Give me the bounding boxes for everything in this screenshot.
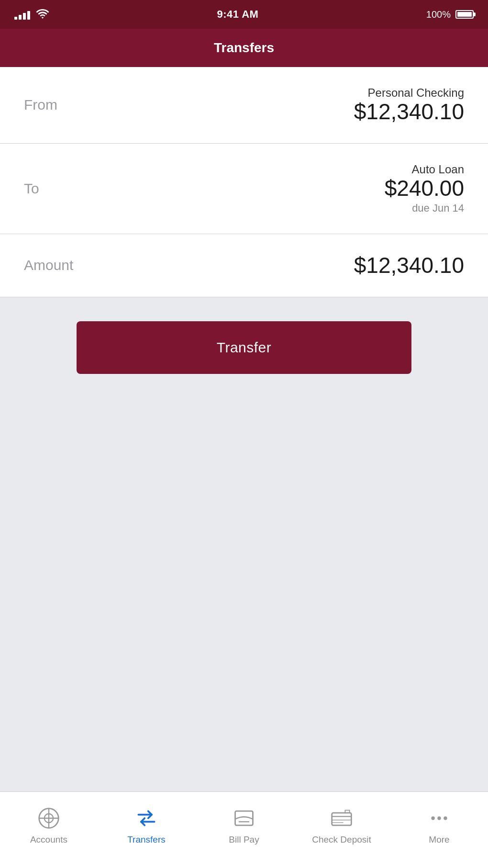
status-left bbox=[14, 8, 49, 21]
status-right: 100% bbox=[426, 9, 474, 20]
billpay-icon bbox=[232, 806, 256, 831]
main-content: From Personal Checking $12,340.10 To Aut… bbox=[0, 67, 488, 791]
tab-transfers[interactable]: Transfers bbox=[98, 806, 195, 845]
tab-transfers-label: Transfers bbox=[127, 834, 166, 845]
signal-bars-icon bbox=[14, 9, 30, 20]
wifi-icon bbox=[36, 8, 49, 21]
tab-more[interactable]: More bbox=[390, 806, 488, 845]
amount-display: $12,340.10 bbox=[354, 253, 464, 278]
from-account-name: Personal Checking bbox=[354, 86, 464, 100]
transfers-icon bbox=[134, 806, 159, 831]
to-account-amount: $240.00 bbox=[385, 176, 464, 201]
tab-accounts-label: Accounts bbox=[30, 834, 67, 845]
tab-checkdeposit-label: Check Deposit bbox=[312, 834, 371, 845]
to-label: To bbox=[24, 180, 39, 197]
page-title: Transfers bbox=[214, 40, 274, 56]
status-time: 9:41 AM bbox=[217, 8, 258, 21]
page-header: Transfers bbox=[0, 29, 488, 67]
more-icon bbox=[427, 806, 452, 831]
to-row[interactable]: To Auto Loan $240.00 due Jun 14 bbox=[0, 144, 488, 235]
amount-label: Amount bbox=[24, 257, 73, 273]
status-bar: 9:41 AM 100% bbox=[0, 0, 488, 29]
tab-checkdeposit[interactable]: Check Deposit bbox=[293, 806, 390, 845]
from-account-amount: $12,340.10 bbox=[354, 100, 464, 124]
tab-accounts[interactable]: Accounts bbox=[0, 806, 98, 845]
from-row[interactable]: From Personal Checking $12,340.10 bbox=[0, 67, 488, 144]
amount-row[interactable]: Amount $12,340.10 bbox=[0, 234, 488, 297]
amount-value: $12,340.10 bbox=[354, 253, 464, 278]
gray-section: Transfer bbox=[0, 297, 488, 791]
battery-percent: 100% bbox=[426, 9, 451, 20]
from-label: From bbox=[24, 97, 57, 113]
transfer-button[interactable]: Transfer bbox=[77, 321, 411, 374]
checkdeposit-icon bbox=[329, 806, 354, 831]
svg-point-10 bbox=[431, 816, 434, 820]
to-account-name: Auto Loan bbox=[385, 163, 464, 176]
from-value: Personal Checking $12,340.10 bbox=[354, 86, 464, 124]
tab-billpay-label: Bill Pay bbox=[229, 834, 259, 845]
battery-icon bbox=[455, 10, 474, 19]
tab-billpay[interactable]: Bill Pay bbox=[195, 806, 293, 845]
accounts-icon bbox=[36, 806, 61, 831]
svg-rect-6 bbox=[332, 812, 352, 825]
tab-bar: Accounts Transfers Bill Pay bbox=[0, 791, 488, 868]
to-value: Auto Loan $240.00 due Jun 14 bbox=[385, 163, 464, 215]
svg-point-12 bbox=[444, 816, 447, 820]
svg-point-11 bbox=[437, 816, 441, 820]
to-account-due: due Jun 14 bbox=[385, 202, 464, 214]
tab-more-label: More bbox=[429, 834, 449, 845]
